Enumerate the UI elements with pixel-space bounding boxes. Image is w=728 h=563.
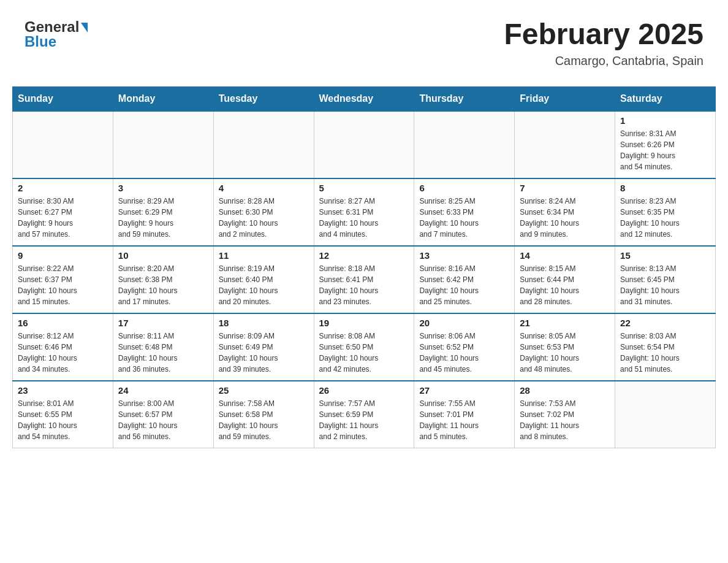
day-number: 6	[419, 183, 509, 193]
calendar-cell: 13Sunrise: 8:16 AM Sunset: 6:42 PM Dayli…	[414, 246, 515, 313]
column-header-thursday: Thursday	[414, 86, 515, 111]
calendar-cell	[515, 111, 615, 178]
day-info: Sunrise: 7:55 AM Sunset: 7:01 PM Dayligh…	[419, 398, 509, 442]
calendar-cell: 25Sunrise: 7:58 AM Sunset: 6:58 PM Dayli…	[213, 381, 314, 448]
week-row-3: 9Sunrise: 8:22 AM Sunset: 6:37 PM Daylig…	[13, 246, 716, 313]
day-number: 26	[319, 385, 409, 396]
day-info: Sunrise: 8:08 AM Sunset: 6:50 PM Dayligh…	[319, 331, 409, 375]
day-number: 2	[18, 183, 108, 193]
logo-triangle-icon	[81, 23, 88, 33]
calendar-cell: 14Sunrise: 8:15 AM Sunset: 6:44 PM Dayli…	[515, 246, 615, 313]
week-row-2: 2Sunrise: 8:30 AM Sunset: 6:27 PM Daylig…	[13, 178, 716, 246]
day-info: Sunrise: 8:28 AM Sunset: 6:30 PM Dayligh…	[219, 196, 309, 240]
day-number: 8	[620, 183, 710, 193]
day-info: Sunrise: 8:31 AM Sunset: 6:26 PM Dayligh…	[620, 128, 710, 172]
calendar-cell: 18Sunrise: 8:09 AM Sunset: 6:49 PM Dayli…	[213, 313, 314, 381]
calendar-cell: 10Sunrise: 8:20 AM Sunset: 6:38 PM Dayli…	[113, 246, 213, 313]
calendar-cell: 24Sunrise: 8:00 AM Sunset: 6:57 PM Dayli…	[113, 381, 213, 448]
calendar-header-row: SundayMondayTuesdayWednesdayThursdayFrid…	[13, 86, 716, 111]
day-number: 21	[520, 318, 610, 328]
day-info: Sunrise: 8:06 AM Sunset: 6:52 PM Dayligh…	[419, 331, 509, 375]
calendar-cell: 7Sunrise: 8:24 AM Sunset: 6:34 PM Daylig…	[515, 178, 615, 246]
calendar-cell: 26Sunrise: 7:57 AM Sunset: 6:59 PM Dayli…	[314, 381, 414, 448]
calendar-cell: 20Sunrise: 8:06 AM Sunset: 6:52 PM Dayli…	[414, 313, 515, 381]
day-info: Sunrise: 8:22 AM Sunset: 6:37 PM Dayligh…	[18, 263, 108, 307]
calendar-cell: 23Sunrise: 8:01 AM Sunset: 6:55 PM Dayli…	[13, 381, 113, 448]
day-number: 7	[520, 183, 610, 193]
day-info: Sunrise: 8:01 AM Sunset: 6:55 PM Dayligh…	[18, 398, 108, 442]
calendar-cell: 22Sunrise: 8:03 AM Sunset: 6:54 PM Dayli…	[615, 313, 716, 381]
day-info: Sunrise: 8:27 AM Sunset: 6:31 PM Dayligh…	[319, 196, 409, 240]
day-number: 25	[219, 385, 309, 396]
day-number: 18	[219, 318, 309, 328]
day-info: Sunrise: 8:00 AM Sunset: 6:57 PM Dayligh…	[118, 398, 208, 442]
day-info: Sunrise: 8:30 AM Sunset: 6:27 PM Dayligh…	[18, 196, 108, 240]
day-info: Sunrise: 8:13 AM Sunset: 6:45 PM Dayligh…	[620, 263, 710, 307]
day-number: 4	[219, 183, 309, 193]
calendar-cell: 9Sunrise: 8:22 AM Sunset: 6:37 PM Daylig…	[13, 246, 113, 313]
column-header-monday: Monday	[113, 86, 213, 111]
day-number: 15	[620, 250, 710, 261]
calendar-cell	[615, 381, 716, 448]
day-info: Sunrise: 7:58 AM Sunset: 6:58 PM Dayligh…	[219, 398, 309, 442]
day-info: Sunrise: 8:09 AM Sunset: 6:49 PM Dayligh…	[219, 331, 309, 375]
day-info: Sunrise: 8:03 AM Sunset: 6:54 PM Dayligh…	[620, 331, 710, 375]
day-info: Sunrise: 8:18 AM Sunset: 6:41 PM Dayligh…	[319, 263, 409, 307]
day-info: Sunrise: 8:15 AM Sunset: 6:44 PM Dayligh…	[520, 263, 610, 307]
day-number: 12	[319, 250, 409, 261]
day-info: Sunrise: 8:19 AM Sunset: 6:40 PM Dayligh…	[219, 263, 309, 307]
day-number: 3	[118, 183, 208, 193]
day-number: 22	[620, 318, 710, 328]
calendar-cell: 21Sunrise: 8:05 AM Sunset: 6:53 PM Dayli…	[515, 313, 615, 381]
day-info: Sunrise: 8:24 AM Sunset: 6:34 PM Dayligh…	[520, 196, 610, 240]
calendar-cell: 4Sunrise: 8:28 AM Sunset: 6:30 PM Daylig…	[213, 178, 314, 246]
calendar-cell: 6Sunrise: 8:25 AM Sunset: 6:33 PM Daylig…	[414, 178, 515, 246]
day-number: 11	[219, 250, 309, 261]
month-title: February 2025	[504, 18, 703, 51]
day-number: 10	[118, 250, 208, 261]
day-number: 9	[18, 250, 108, 261]
calendar-cell	[213, 111, 314, 178]
day-number: 28	[520, 385, 610, 396]
day-number: 13	[419, 250, 509, 261]
calendar-cell: 27Sunrise: 7:55 AM Sunset: 7:01 PM Dayli…	[414, 381, 515, 448]
calendar-cell: 12Sunrise: 8:18 AM Sunset: 6:41 PM Dayli…	[314, 246, 414, 313]
calendar-cell	[113, 111, 213, 178]
column-header-tuesday: Tuesday	[213, 86, 314, 111]
day-info: Sunrise: 8:11 AM Sunset: 6:48 PM Dayligh…	[118, 331, 208, 375]
week-row-4: 16Sunrise: 8:12 AM Sunset: 6:46 PM Dayli…	[13, 313, 716, 381]
day-number: 5	[319, 183, 409, 193]
calendar-cell: 8Sunrise: 8:23 AM Sunset: 6:35 PM Daylig…	[615, 178, 716, 246]
logo: General Blue	[25, 18, 88, 50]
calendar-cell: 3Sunrise: 8:29 AM Sunset: 6:29 PM Daylig…	[113, 178, 213, 246]
day-number: 16	[18, 318, 108, 328]
day-info: Sunrise: 8:20 AM Sunset: 6:38 PM Dayligh…	[118, 263, 208, 307]
calendar-cell: 1Sunrise: 8:31 AM Sunset: 6:26 PM Daylig…	[615, 111, 716, 178]
day-info: Sunrise: 8:05 AM Sunset: 6:53 PM Dayligh…	[520, 331, 610, 375]
day-info: Sunrise: 7:57 AM Sunset: 6:59 PM Dayligh…	[319, 398, 409, 442]
day-number: 23	[18, 385, 108, 396]
column-header-sunday: Sunday	[13, 86, 113, 111]
logo-blue-text: Blue	[25, 33, 56, 50]
day-info: Sunrise: 8:12 AM Sunset: 6:46 PM Dayligh…	[18, 331, 108, 375]
day-info: Sunrise: 8:25 AM Sunset: 6:33 PM Dayligh…	[419, 196, 509, 240]
day-number: 17	[118, 318, 208, 328]
calendar-cell: 5Sunrise: 8:27 AM Sunset: 6:31 PM Daylig…	[314, 178, 414, 246]
calendar-cell	[13, 111, 113, 178]
column-header-friday: Friday	[515, 86, 615, 111]
calendar-cell: 19Sunrise: 8:08 AM Sunset: 6:50 PM Dayli…	[314, 313, 414, 381]
calendar-table: SundayMondayTuesdayWednesdayThursdayFrid…	[12, 86, 716, 449]
calendar-cell: 11Sunrise: 8:19 AM Sunset: 6:40 PM Dayli…	[213, 246, 314, 313]
location-subtitle: Camargo, Cantabria, Spain	[504, 54, 703, 68]
calendar-cell: 17Sunrise: 8:11 AM Sunset: 6:48 PM Dayli…	[113, 313, 213, 381]
calendar-cell: 15Sunrise: 8:13 AM Sunset: 6:45 PM Dayli…	[615, 246, 716, 313]
column-header-wednesday: Wednesday	[314, 86, 414, 111]
week-row-1: 1Sunrise: 8:31 AM Sunset: 6:26 PM Daylig…	[13, 111, 716, 178]
day-info: Sunrise: 8:29 AM Sunset: 6:29 PM Dayligh…	[118, 196, 208, 240]
day-info: Sunrise: 8:23 AM Sunset: 6:35 PM Dayligh…	[620, 196, 710, 240]
day-number: 20	[419, 318, 509, 328]
day-number: 19	[319, 318, 409, 328]
day-number: 14	[520, 250, 610, 261]
calendar-cell: 28Sunrise: 7:53 AM Sunset: 7:02 PM Dayli…	[515, 381, 615, 448]
calendar-cell	[314, 111, 414, 178]
